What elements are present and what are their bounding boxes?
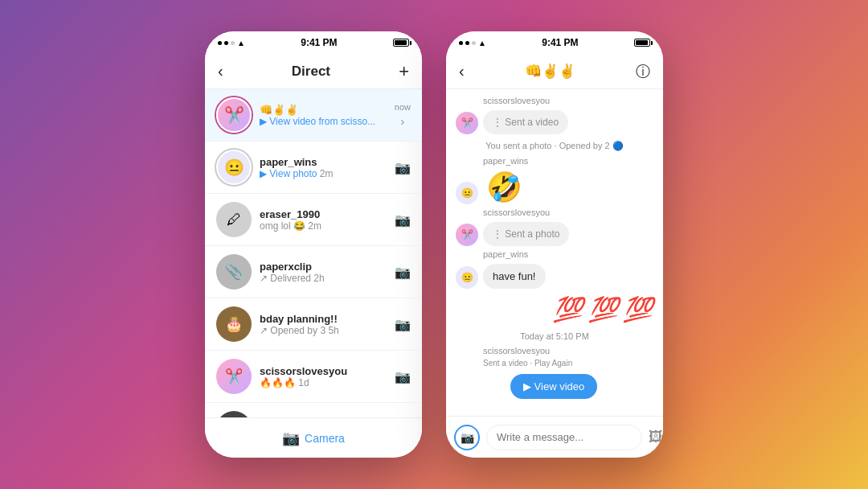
battery-area-left [393,39,409,47]
dm-preview-paper-wins: ▶ View photo 2m [260,168,387,179]
gallery-icon[interactable]: 🖼 [649,429,663,446]
msg-100-emoji: 💯 💯 💯 [446,292,663,327]
dm-preview-scissorslovesyou: 🔥🔥🔥 1d [260,377,387,388]
avatar-paperxclip: 📎 [216,254,252,290]
msg-row-paper-havefun: 😐 have fun! [446,262,663,290]
signal-dot-2 [224,41,228,45]
status-bar-right: ▲ 9:41 PM [446,31,663,54]
dm-username-scissorslovesyou: scissorslovesyou [260,365,387,377]
msg-bubble-scissors-video: ⋮ Sent a video [483,110,568,134]
dm-preview-scissors: ▶ View video from scisso... [260,116,387,127]
msg-sender-scissors-2: scissorslovesyou [473,208,663,217]
battery-area-right [634,39,650,47]
dm-content-paperxclip: paperxclip ↗ Delivered 2h [260,261,387,284]
wifi-icon-right: ▲ [478,39,486,47]
avatar-scissors: ✂️ [216,97,252,133]
avatar-eraser: 🖊 [216,202,252,237]
dm-item-bday[interactable]: 🎂 bday planning!! ↗ Opened by 3 5h 📷 [205,298,422,351]
battery-fill-right [636,40,648,45]
back-button-left[interactable]: ‹ [218,62,223,80]
dm-item-scissorslovesyou[interactable]: ✂️ scissorslovesyou 🔥🔥🔥 1d 📷 [205,351,422,403]
phone-left: ▲ 9:41 PM ‹ Direct + ✂️ 👊✌✌ ▶ View video… [205,31,422,458]
signal-dot-r2 [465,41,469,45]
dm-content-bday: bday planning!! ↗ Opened by 3 5h [260,313,387,336]
camera-icon-paperxclip: 📷 [395,265,411,280]
avatar-paper-wins: 😐 [216,150,252,185]
camera-label[interactable]: Camera [305,432,345,445]
msg-view-video-area: ▶ View video [446,369,663,402]
msg-bubble-havefun: have fun! [483,264,546,289]
msg-avatar-scissors-1: ✂️ [456,112,478,134]
dm-username-eraser: eraser_1990 [260,208,387,220]
avatar-bday: 🎂 [216,306,252,342]
dm-content-eraser: eraser_1990 omg lol 😂 2m [260,208,387,232]
battery-fill-left [395,40,407,45]
phone-right: ▲ 9:41 PM ‹ 👊✌✌ ⓘ scissorslovesyou ✂️ ⋮ … [446,31,663,458]
input-camera-button[interactable]: 📷 [454,425,480,450]
info-button[interactable]: ⓘ [636,62,650,81]
wifi-icon: ▲ [237,39,245,47]
status-bar-left: ▲ 9:41 PM [205,31,422,54]
avatar-big-stapler: 📌 [216,411,252,417]
chat-body: scissorslovesyou ✂️ ⋮ Sent a video You s… [446,89,663,458]
dm-right-paperxclip: 📷 [395,265,411,280]
status-time-right: 9:41 PM [542,37,578,48]
msg-avatar-scissors-2: ✂️ [456,224,478,246]
dm-item-paper-wins[interactable]: 😐 paper_wins ▶ View photo 2m 📷 [205,142,422,194]
dm-right-scissors: now › [395,102,411,128]
dm-username-paperxclip: paperxclip [260,261,387,273]
battery-icon-right [634,39,650,47]
camera-icon-eraser: 📷 [395,212,411,228]
msg-avatar-paper-1: 😐 [456,182,478,204]
msg-sender-paper-1: paper_wins [473,156,663,166]
status-time-left: 9:41 PM [301,37,337,48]
msg-big-emoji-laugh: 🤣 [483,171,526,204]
nav-bar-right: ‹ 👊✌✌ ⓘ [446,54,663,89]
msg-bubble-scissors-photo: ⋮ Sent a photo [483,222,569,246]
signal-dot-1 [218,41,222,45]
avatar-scissorslovesyou: ✂️ [216,359,252,394]
msg-sender-paper-2: paper_wins [473,249,663,259]
message-input[interactable] [486,425,642,450]
dm-item-eraser[interactable]: 🖊 eraser_1990 omg lol 😂 2m 📷 [205,194,422,246]
signal-area-right: ▲ [459,39,486,47]
msg-system-time: Today at 5:10 PM [446,328,663,344]
dm-item-big-stapler[interactable]: 📌 big stapler 😂😂😂 1d 📷 [205,403,422,417]
msg-avatar-paper-2: 😐 [456,266,478,289]
msg-sender-scissors-3: scissorslovesyou [473,346,663,355]
dm-right-paper-wins: 📷 [395,160,411,175]
dm-preview-bday: ↗ Opened by 3 5h [260,325,387,336]
dm-username-big-stapler: big stapler [260,417,387,418]
dm-content-paper-wins: paper_wins ▶ View photo 2m [260,156,387,179]
msg-row-paper-emoji: 😐 🤣 [446,169,663,206]
msg-sent-sub-video: Sent a video · Play Again [473,359,663,368]
chat-messages: scissorslovesyou ✂️ ⋮ Sent a video You s… [446,89,663,416]
dm-preview-eraser: omg lol 😂 2m [260,220,387,232]
nav-title-left: Direct [292,64,330,80]
nav-title-right: 👊✌✌ [525,63,575,80]
dm-content-big-stapler: big stapler 😂😂😂 1d [260,417,387,418]
chat-input-bar: 📷 🖼 ♡ [446,416,663,458]
back-button-right[interactable]: ‹ [459,62,465,80]
new-message-button[interactable]: + [399,61,409,82]
view-video-button[interactable]: ▶ View video [510,374,597,399]
camera-bar: 📷 Camera [205,417,422,458]
dm-content-scissorslovesyou: scissorslovesyou 🔥🔥🔥 1d [260,365,387,388]
camera-icon-scissorslovesyou: 📷 [395,369,411,384]
dm-list: ✂️ 👊✌✌ ▶ View video from scisso... now ›… [205,89,422,417]
camera-icon[interactable]: 📷 [282,429,300,447]
signal-area: ▲ [218,39,245,47]
camera-icon-paper-wins: 📷 [395,160,411,175]
dm-username-bday: bday planning!! [260,313,387,325]
dm-username-scissors: 👊✌✌ [260,104,387,116]
battery-icon-left [393,39,409,47]
dm-arrow-scissors: › [401,115,405,128]
camera-icon-bday: 📷 [395,317,411,332]
msg-sender-scissors-1: scissorslovesyou [473,96,663,105]
dm-item-paperxclip[interactable]: 📎 paperxclip ↗ Delivered 2h 📷 [205,246,422,298]
signal-dot-r3 [472,41,476,45]
dm-item-scissors[interactable]: ✂️ 👊✌✌ ▶ View video from scisso... now › [205,89,422,142]
dm-username-paper-wins: paper_wins [260,156,387,168]
dm-right-bday: 📷 [395,317,411,332]
dm-preview-paperxclip: ↗ Delivered 2h [260,273,387,284]
